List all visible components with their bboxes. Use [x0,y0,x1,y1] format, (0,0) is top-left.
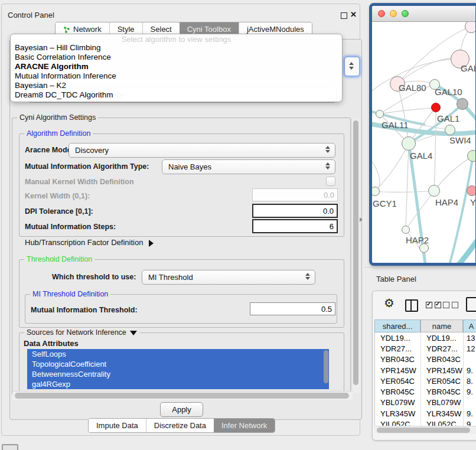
table-row[interactable]: YER054CYER054C8. [375,376,476,386]
column-header[interactable]: A [463,319,476,332]
table-row[interactable]: YDR27...YDR27...12 [375,343,476,354]
network-node[interactable] [428,185,440,197]
cell[interactable] [464,354,476,365]
settings-hscrollbar-thumb[interactable] [15,393,349,399]
cell[interactable]: YDL19... [375,332,421,343]
cell[interactable]: YDR27... [375,343,421,354]
gear-icon[interactable]: ⚙ [384,296,395,310]
close-icon[interactable]: ✕ [350,10,357,19]
network-node[interactable] [467,185,476,196]
export-table-icon[interactable] [466,297,476,312]
network-node-selected[interactable] [431,103,441,112]
network-node[interactable] [457,98,468,110]
tab-discretize-data[interactable]: Discretize Data [146,419,214,432]
cell[interactable]: YLR345W [421,408,464,419]
mi-threshold-legend: MI Threshold Definition [30,290,110,298]
focused-spinner[interactable] [344,57,360,76]
manual-kernel-checkbox[interactable] [326,177,335,186]
cell[interactable]: 9. [464,419,476,426]
collapsed-panel-button[interactable] [2,444,18,450]
tab-infer-network[interactable]: Infer Network [214,419,275,432]
mi-steps-field[interactable]: 6 [252,219,338,233]
float-window-icon[interactable] [341,12,347,19]
dpi-tolerance-field[interactable]: 0.0 [252,204,338,218]
cell[interactable]: YIL052C [375,419,421,426]
table-hscrollbar-thumb[interactable] [377,428,470,433]
mi-type-combo[interactable]: Naive Bayes [162,159,335,174]
column-header[interactable]: name [420,319,463,332]
cell[interactable]: YBL079W [421,397,464,408]
cell[interactable]: YBR043C [421,354,464,365]
cell[interactable]: YPR145W [375,365,421,376]
cell[interactable]: YBR043C [375,354,421,365]
network-node[interactable] [402,136,416,151]
tab-impute-data[interactable]: Impute Data [89,419,146,432]
node-label: GAL [461,63,476,73]
table-row[interactable]: YIL052CYIL052C9. [375,419,476,426]
close-traffic-light[interactable] [378,10,385,17]
cell[interactable]: 9. [464,386,476,397]
list-item[interactable]: TopologicalCoefficient [27,359,329,369]
cell[interactable]: YBL079W [375,397,421,408]
deselect-all-checks-icon[interactable] [443,302,458,308]
cell[interactable]: YIL052C [421,419,464,426]
cell[interactable]: 9. [464,408,476,419]
network-node[interactable] [445,125,455,135]
settings-vscrollbar[interactable] [351,118,360,393]
table-row[interactable]: YBR043CYBR043C [375,354,476,365]
cell[interactable]: 9. [464,365,476,376]
splitter-handle[interactable] [360,217,363,222]
list-item[interactable]: SelfLoops [27,349,329,359]
mi-threshold-field[interactable]: 0.5 [250,302,335,315]
hub-definition-expander[interactable]: Hub/Transcription Factor Definition [25,238,154,247]
columns-icon[interactable] [405,299,418,312]
minimize-traffic-light[interactable] [390,10,397,17]
zoom-traffic-light[interactable] [402,10,409,17]
sources-legend[interactable]: Sources for Network Inference [24,328,139,337]
table-row[interactable]: YDL19...YDL19...13 [375,332,476,343]
table-row[interactable]: YBR045CYBR045C9. [375,386,476,397]
cell[interactable]: 13 [464,332,476,343]
cell[interactable]: YDR27... [421,343,464,354]
data-attributes-label: Data Attributes [24,339,79,348]
network-node[interactable] [465,22,476,33]
dropdown-item[interactable]: Bayesian – Hill Climbing [11,43,342,53]
list-vscrollbar-thumb[interactable] [324,350,328,383]
cell[interactable]: YBR045C [375,386,421,397]
table-row[interactable]: YBL079WYBL079W [375,397,476,408]
dropdown-item[interactable]: Mutual Information Inference [11,71,342,81]
network-node[interactable] [402,226,410,234]
dropdown-item[interactable]: Dream8 DC_TDC Algorithm [11,90,342,100]
cell[interactable]: YPR145W [421,365,464,376]
select-all-checks-icon[interactable] [426,302,441,308]
cell[interactable]: YBR045C [421,386,464,397]
network-window-titlebar[interactable] [372,6,475,22]
which-threshold-combo[interactable]: MI Threshold [142,270,315,285]
dropdown-item[interactable]: Basic Correlation Inference [11,53,342,62]
threshold-definition-legend: Threshold Definition [24,255,94,263]
table-row[interactable]: YPR145WYPR145W9. [375,365,476,376]
table-row[interactable]: YLR345WYLR345W9. [375,408,476,419]
cell[interactable]: YER054C [421,376,464,386]
settings-hscrollbar[interactable] [12,391,353,400]
cell[interactable] [464,397,476,408]
dropdown-item[interactable]: Bayesian – K2 [11,81,342,90]
dropdown-item-selected[interactable]: ARACNE Algorithm [11,62,342,71]
cell[interactable]: YLR345W [375,408,421,419]
table-hscrollbar[interactable] [374,426,476,434]
cell[interactable]: YER054C [375,376,421,386]
column-header[interactable]: shared... [374,319,420,332]
network-canvas[interactable]: GAL GAL80 GAL10 GAL1 GAL11 SWI4 GAL4 GCY… [372,22,476,263]
network-node[interactable] [376,110,384,118]
cell[interactable]: 8. [464,376,476,386]
network-node[interactable] [467,150,476,162]
data-attributes-list[interactable]: SelfLoops TopologicalCoefficient Between… [27,349,329,389]
list-item[interactable]: gal4RGexp [27,379,329,389]
apply-button[interactable]: Apply [160,402,203,417]
settings-vscrollbar-thumb[interactable] [353,120,358,385]
cell[interactable]: 12 [464,343,476,354]
aracne-mode-combo[interactable]: Discovery [69,143,335,158]
cell[interactable]: YDL19... [421,332,464,343]
kernel-width-field[interactable]: 0.0 [252,188,338,201]
list-item[interactable]: BetweennessCentrality [27,369,329,379]
